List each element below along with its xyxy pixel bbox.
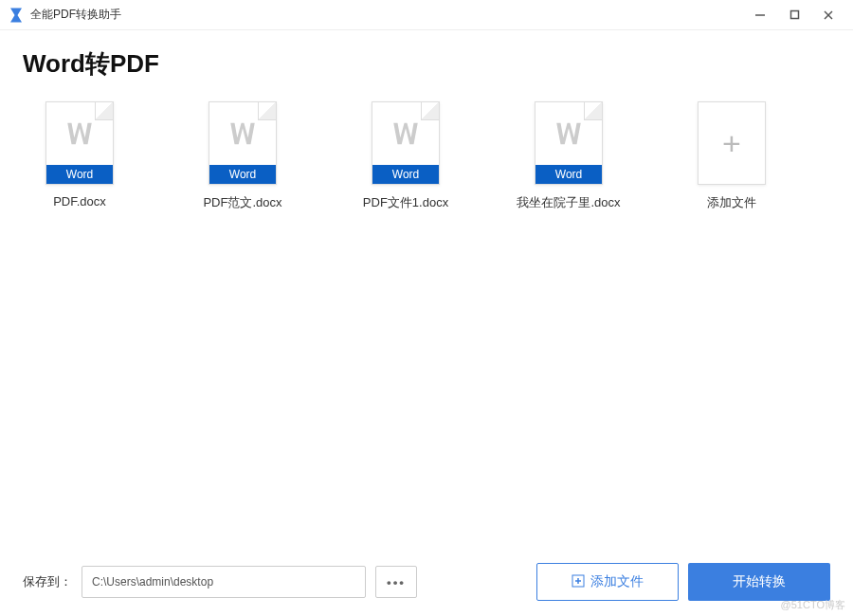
- word-file-icon: Word: [372, 101, 440, 185]
- start-convert-button[interactable]: 开始转换: [688, 563, 830, 601]
- add-file-plus-icon: [572, 574, 585, 590]
- file-item[interactable]: Word 我坐在院子里.docx: [512, 101, 626, 211]
- file-name: PDF文件1.docx: [335, 194, 477, 211]
- close-button[interactable]: [811, 0, 845, 30]
- file-name: PDF范文.docx: [172, 194, 314, 211]
- file-name: 我坐在院子里.docx: [498, 194, 640, 211]
- watermark: @51CTO博客: [781, 598, 845, 612]
- bottom-bar: 保存到： ••• 添加文件 开始转换: [0, 548, 853, 616]
- app-title: 全能PDF转换助手: [30, 7, 121, 23]
- plus-icon: +: [698, 101, 766, 185]
- browse-button[interactable]: •••: [375, 566, 417, 598]
- minimize-button[interactable]: [743, 0, 777, 30]
- save-to-label: 保存到：: [23, 573, 72, 590]
- titlebar: 全能PDF转换助手: [0, 0, 853, 30]
- svg-rect-1: [790, 11, 798, 19]
- maximize-button[interactable]: [777, 0, 811, 30]
- word-file-icon: Word: [45, 101, 114, 185]
- page-title: Word转PDF: [0, 30, 853, 92]
- file-area: Word PDF.docx Word PDF范文.docx Word PDF文件…: [0, 92, 853, 490]
- file-item[interactable]: Word PDF文件1.docx: [349, 101, 463, 211]
- word-file-icon: Word: [209, 101, 277, 185]
- add-file-label: 添加文件: [661, 194, 803, 211]
- word-file-icon: Word: [535, 101, 603, 185]
- file-item[interactable]: Word PDF范文.docx: [186, 101, 299, 211]
- save-path-input[interactable]: [82, 566, 366, 598]
- file-name: PDF.docx: [9, 194, 151, 208]
- app-logo-icon: [8, 7, 25, 24]
- file-item[interactable]: Word PDF.docx: [23, 101, 136, 211]
- add-file-button[interactable]: 添加文件: [536, 563, 679, 601]
- add-file-card[interactable]: + 添加文件: [675, 101, 789, 211]
